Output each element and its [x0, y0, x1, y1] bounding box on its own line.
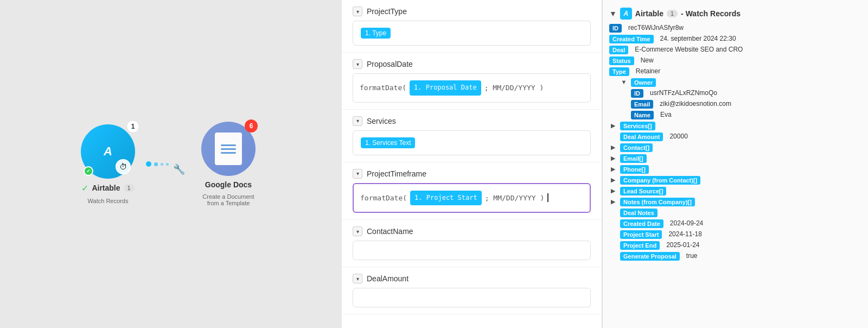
owner-expand-icon[interactable]: ▼ [620, 78, 628, 86]
check-icon: ✓ [81, 183, 88, 193]
field-name-services: Services [367, 117, 396, 125]
field-content-project-type[interactable]: 1. Type [353, 21, 591, 46]
collapse-icon: ▼ [609, 9, 617, 18]
dot-1 [146, 161, 151, 167]
expand-icon[interactable]: ▶ [609, 143, 617, 151]
google-docs-node[interactable]: 6 Google Docs Create a Document from a T… [196, 122, 261, 206]
exp-field-deal-notes[interactable]: Deal Notes [609, 207, 861, 218]
expand-icon[interactable]: ▶ [609, 154, 617, 162]
gdocs-line-3 [221, 152, 235, 154]
collapse-proposal-date[interactable]: ▾ [353, 59, 362, 69]
exp-field-lead-source--[interactable]: ▶ Lead Source[] [609, 186, 861, 197]
exp-field-company--from-contact---[interactable]: ▶ Company (from Contact)[] [609, 175, 861, 186]
field-name-proposal-date: ProposalDate [367, 60, 413, 68]
collapse-deal-amount[interactable]: ▾ [353, 274, 362, 283]
expand-icon[interactable]: ▶ [609, 165, 617, 173]
dot-2 [154, 162, 158, 166]
airtable-icon-text: A [624, 10, 629, 17]
key-Project Start: Project Start [620, 230, 662, 239]
field-content-services[interactable]: 1. Services Text [353, 130, 591, 155]
key-Deal Amount: Deal Amount [620, 133, 663, 141]
expand-icon[interactable]: ▶ [609, 176, 617, 184]
value-Generate Proposal: true [686, 252, 698, 260]
token-type: 1. Type [361, 28, 391, 39]
token-proposal-date: 1. Proposal Date [410, 80, 481, 96]
field-content-contact[interactable] [353, 241, 591, 260]
formula-prefix-proposal: formatDate( [360, 81, 406, 94]
field-id-row: ID recT6WiJnASfyr8w [609, 23, 861, 34]
field-row-status: Status New [609, 55, 861, 66]
workflow-canvas: A ⏱ 1 ✓ Airtable 1 Watch Records 🔧 [0, 0, 342, 328]
airtable-label: Airtable [92, 184, 120, 192]
value-Status: New [641, 56, 654, 64]
collapse-project-type[interactable]: ▾ [353, 7, 362, 16]
form-panel: ▾ ProjectType 1. Type ▾ ProposalDate for… [342, 0, 602, 328]
collapse-contact[interactable]: ▾ [353, 226, 362, 236]
value-Project Start: 2024-11-18 [668, 230, 701, 238]
exp-field-created-date[interactable]: Created Date 2024-09-24 [609, 218, 861, 229]
key-ID: ID [631, 89, 643, 98]
value-Name: Eva [660, 111, 672, 118]
workflow-nodes: A ⏱ 1 ✓ Airtable 1 Watch Records 🔧 [81, 122, 261, 206]
key-Created Time: Created Time [609, 35, 654, 43]
formula-timeframe: formatDate( 1. Project Start ; MM/DD/YYY… [360, 190, 583, 207]
key-Generate Proposal: Generate Proposal [620, 252, 680, 261]
data-header-subtitle: - Watch Records [681, 9, 741, 18]
key-Deal: Deal [609, 46, 628, 54]
owner-header-row[interactable]: ▼ Owner [620, 77, 861, 88]
field-header-timeframe: ▾ ProjectTimeframe [353, 169, 591, 179]
key-Lead Source[]: Lead Source[] [620, 187, 666, 195]
airtable-circle: A ⏱ [81, 124, 135, 179]
value-Created Time: 24. september 2024 22:30 [660, 35, 736, 42]
field-content-proposal-date[interactable]: formatDate( 1. Proposal Date ; MM/DD/YYY… [353, 73, 591, 103]
key-Email: Email [631, 100, 653, 109]
field-deal-amount: ▾ DealAmount [342, 267, 602, 314]
key-Email[]: Email[] [620, 154, 647, 163]
key-Status: Status [609, 56, 634, 65]
owner-child-email: Email ziki@zikidoesnotion.com [631, 99, 861, 110]
exp-field-notes--from-company---[interactable]: ▶ Notes (from Company)[] [609, 197, 861, 207]
exp-field-project-end[interactable]: Project End 2025-01-24 [609, 240, 861, 251]
value-Type: Retainer [636, 67, 660, 75]
expand-icon[interactable]: ▶ [609, 198, 617, 205]
field-content-timeframe[interactable]: formatDate( 1. Project Start ; MM/DD/YYY… [353, 183, 591, 213]
data-panel-header[interactable]: ▼ A Airtable 1 - Watch Records [609, 4, 861, 23]
owner-children: ID usrNTFzALxRZNmoQo Email ziki@zikidoes… [620, 88, 861, 121]
field-name-project-type: ProjectType [367, 7, 407, 16]
dot-4 [166, 163, 169, 166]
airtable-badge: 1 [126, 120, 139, 133]
exp-field-generate-proposal[interactable]: Generate Proposal true [609, 251, 861, 262]
field-contact-name: ▾ ContactName [342, 220, 602, 267]
formula-suffix-timeframe: ; MM/DD/YYYY ) [485, 192, 545, 204]
data-panel: ▼ A Airtable 1 - Watch Records ID recT6W… [602, 0, 868, 328]
exp-field-services--[interactable]: ▶ Services[] [609, 121, 861, 131]
key-Phone[]: Phone[] [620, 165, 649, 174]
field-header-services: ▾ Services [353, 116, 591, 126]
exp-field-email--[interactable]: ▶ Email[] [609, 153, 861, 164]
gdocs-line-2 [221, 148, 235, 150]
collapse-timeframe[interactable]: ▾ [353, 169, 362, 179]
airtable-logo-icon: A [104, 144, 112, 159]
field-name-contact: ContactName [367, 227, 413, 236]
collapse-services[interactable]: ▾ [353, 116, 362, 126]
expand-icon[interactable]: ▶ [609, 122, 617, 129]
simple-fields: Created Time 24. september 2024 22:30 De… [609, 34, 861, 77]
dot-connector [146, 161, 169, 167]
dot-3 [161, 163, 163, 166]
exp-field-deal-amount[interactable]: Deal Amount 20000 [609, 131, 861, 142]
field-name-deal-amount: DealAmount [367, 274, 409, 283]
value-Created Date: 2024-09-24 [670, 219, 703, 227]
exp-field-phone--[interactable]: ▶ Phone[] [609, 164, 861, 175]
google-docs-sublabel: Create a Document from a Template [196, 193, 261, 206]
key-Type: Type [609, 67, 629, 76]
expandable-fields: ▶ Services[] Deal Amount 20000 ▶ Contact… [609, 121, 861, 262]
exp-field-project-start[interactable]: Project Start 2024-11-18 [609, 229, 861, 240]
field-content-deal-amount[interactable] [353, 288, 591, 307]
key-Company (from Contact)[]: Company (from Contact)[] [620, 176, 700, 185]
key-Name: Name [631, 111, 654, 119]
formula-suffix-proposal: ; MM/DD/YYYY ) [484, 81, 544, 94]
exp-field-contact--[interactable]: ▶ Contact[] [609, 142, 861, 153]
airtable-node[interactable]: A ⏱ 1 ✓ Airtable 1 Watch Records [81, 124, 135, 204]
field-project-type: ▾ ProjectType 1. Type [342, 0, 602, 53]
expand-icon[interactable]: ▶ [609, 187, 617, 194]
